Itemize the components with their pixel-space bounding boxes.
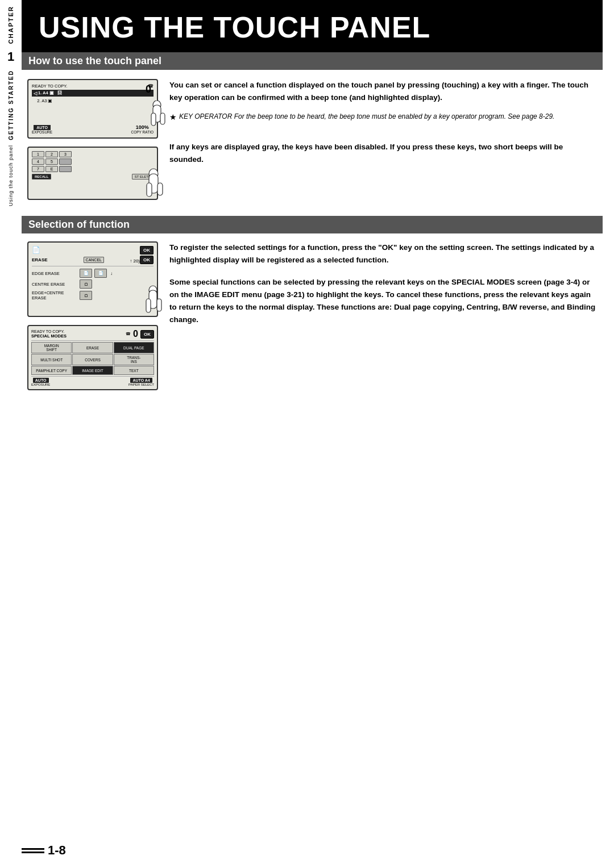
section1-header: How to use the touch panel (22, 52, 603, 70)
erase-panel-container: 📄 OK ERASE CANCEL OK ↑ 20) (27, 241, 158, 317)
special-cell-covers: COVERS (72, 354, 113, 365)
edge-erase-row: EDGE ERASE 📄 📄 ↓ (32, 269, 154, 278)
page-lines (22, 848, 44, 853)
edge-centre-row: EDGE+CENTREERASE 🗒 (32, 290, 154, 301)
lcd1-exposure: AUTO EXPOSURE (32, 125, 52, 134)
svg-rect-7 (157, 183, 163, 195)
section1-para1: You can set or cancel a function display… (169, 79, 597, 105)
special-exposure-btn: AUTO (33, 378, 49, 383)
erase-ok-btn: OK (140, 246, 154, 254)
page-title: USING THE TOUCH PANEL (39, 11, 430, 44)
special-ok-btn: OK (140, 330, 154, 339)
erase-label: ERASE (32, 257, 48, 262)
lcd2-bottom-row: RECALL ST ELETE (32, 174, 154, 180)
sidebar-sub-label: Using the touch panel (8, 145, 14, 206)
finger-icon-erase (144, 285, 168, 322)
section1-text: You can set or cancel a function display… (169, 79, 597, 200)
sidebar: CHAPTER 1 GETTING STARTED Using the touc… (0, 0, 22, 868)
special-cell-margin: MARGINSHIFT (31, 342, 72, 353)
special-phone-icon: ☎ (126, 332, 131, 336)
lcd2-btn-e: E (45, 166, 58, 172)
edge-centre-label: EDGE+CENTREERASE (32, 290, 77, 301)
section1-note: ★ KEY OPERATOR For the beep tone to be h… (169, 111, 597, 124)
special-cell-pamphlet: PAMPHLET COPY (31, 366, 72, 375)
special-header: READY TO COPY. SPECIAL MODES ☎ 0 OK (31, 329, 154, 341)
special-exposure-text: EXPOSURE (31, 383, 50, 386)
page-line-2 (22, 852, 44, 853)
page-title-block: USING THE TOUCH PANEL (22, 0, 603, 52)
section1-note-text: KEY OPERATOR For the beep tone to be hea… (179, 111, 554, 123)
special-cell-dual: DUAL PAGE (114, 342, 154, 353)
section2-text: To register the selected settings for a … (169, 241, 597, 390)
special-header-left: READY TO COPY. SPECIAL MODES (31, 329, 67, 339)
lcd2-recall-btn: RECALL (32, 174, 51, 180)
special-paper-label: PAPER SELECT (128, 383, 154, 386)
lcd-screen-2: 1 2 3 4 5 6 7 E RECALL ST ELETE (27, 147, 158, 200)
lcd1-row2-text: 2. A3 ▣ (34, 98, 52, 103)
special-grid: MARGINSHIFT ERASE DUAL PAGE MULTI SHOT C… (31, 342, 154, 375)
lcd2-spacer (32, 180, 154, 195)
lcd2-btn-5: 5 (45, 158, 58, 165)
lcd2-btn-1: 1 (32, 151, 44, 157)
special-cell-text: TEXT (114, 366, 154, 375)
lcd1-number: 0 (146, 84, 151, 95)
lcd2-btn-7: 7 (32, 166, 44, 172)
section2-para2: Some special functions can be selected b… (169, 276, 597, 327)
section2-para1: To register the selected settings for a … (169, 241, 597, 267)
lcd2-btn-4: 4 (32, 158, 44, 165)
section1-content: READY TO COPY. ☎ 0 ◁ 1. A4 ▣ 囧 2. A3 ▣ (22, 70, 603, 206)
svg-rect-3 (160, 113, 165, 124)
special-lcd: READY TO COPY. SPECIAL MODES ☎ 0 OK (27, 325, 158, 390)
special-cell-image-edit: IMAGE EDIT (72, 366, 113, 375)
special-header-right: ☎ 0 OK (126, 329, 154, 339)
edge-erase-arrow: ↓ (110, 271, 113, 276)
erase-cancel-btn: CANCEL (84, 257, 104, 263)
special-paper: AUTO A4 PAPER SELECT (128, 378, 154, 386)
erase-lcd: 📄 OK ERASE CANCEL OK ↑ 20) (27, 241, 158, 317)
special-status: READY TO COPY. (31, 329, 67, 333)
lcd-panel-2: 1 2 3 4 5 6 7 E RECALL ST ELETE (27, 147, 158, 200)
erase-value: ↑ 20) (130, 258, 140, 264)
lcd1-arrow: ◁ (34, 91, 37, 96)
page-number: 1-8 (48, 843, 66, 858)
lcd1-bottom: AUTO EXPOSURE 100% COPY RATIO (32, 124, 154, 134)
finger-icon-1 (149, 101, 171, 134)
edge-centre-icon: 🗒 (80, 291, 92, 300)
lcd1-auto-label: AUTO (34, 125, 51, 130)
special-modes-label: SPECIAL MODES (31, 333, 67, 339)
svg-rect-6 (147, 183, 152, 197)
special-panel-container: READY TO COPY. SPECIAL MODES ☎ 0 OK (27, 325, 158, 390)
special-number: 0 (133, 329, 138, 339)
lcd1-row2: 2. A3 ▣ (32, 98, 154, 104)
special-exposure: AUTO EXPOSURE (31, 378, 50, 386)
erase-ok-area: OK (140, 247, 154, 253)
lcd1-exposure-text: EXPOSURE (32, 130, 52, 134)
lcd1-spacer (32, 105, 154, 122)
svg-rect-2 (151, 113, 156, 126)
centre-erase-row: CENTRE ERASE 🗒 (32, 279, 154, 289)
special-cell-trans: TRANS-INS (114, 354, 154, 365)
lcd-screen-1: READY TO COPY. ☎ 0 ◁ 1. A4 ▣ 囧 2. A3 ▣ (27, 79, 158, 139)
lcd1-copy-ratio-value: 100% (136, 124, 149, 130)
lcd1-status: READY TO COPY. (32, 84, 67, 89)
svg-rect-11 (157, 299, 161, 311)
lcd1-row1-text: 1. A4 ▣ 囧 (38, 90, 62, 96)
page-line-1 (22, 848, 44, 850)
lcd-panel-1: READY TO COPY. ☎ 0 ◁ 1. A4 ▣ 囧 2. A3 ▣ (27, 79, 158, 139)
erase-ok-btn2: OK (140, 256, 154, 264)
sidebar-chapter-label: CHAPTER (7, 6, 14, 44)
lcd1-top-row: READY TO COPY. ☎ (32, 84, 154, 89)
edge-erase-icon1: 📄 (80, 269, 92, 278)
section2-header: Selection of function (22, 216, 603, 233)
centre-erase-icon: 🗒 (80, 279, 92, 289)
sidebar-chapter-number: 1 (7, 49, 14, 64)
section1-panels: READY TO COPY. ☎ 0 ◁ 1. A4 ▣ 囧 2. A3 ▣ (27, 79, 158, 200)
erase-top-icon-row: 📄 OK (32, 246, 154, 254)
svg-rect-10 (146, 299, 151, 312)
erase-spacer (32, 302, 154, 312)
lcd2-btn-empty (59, 166, 72, 172)
page-number-block: 1-8 (22, 843, 66, 858)
special-cell-erase: ERASE (72, 342, 113, 353)
lcd2-btn-3: 3 (59, 151, 72, 157)
section2-content: 📄 OK ERASE CANCEL OK ↑ 20) (22, 233, 603, 396)
